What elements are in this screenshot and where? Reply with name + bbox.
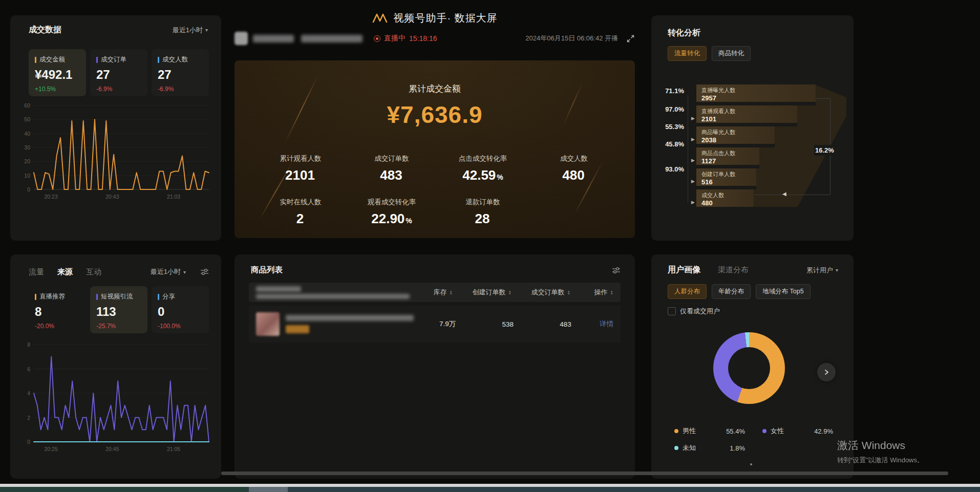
legend-dot-purple	[762, 429, 766, 433]
legend-label: 未知	[683, 443, 696, 453]
metric-delta: +10.5%	[35, 85, 86, 93]
window-scrollbar-thumb[interactable]	[249, 487, 288, 492]
funnel-stage-exposure: 直播曝光人数 2957	[696, 84, 816, 102]
column-header-paid-orders[interactable]: 成交订单数▲▼	[512, 288, 570, 297]
metric-card-live-recommend[interactable]: 直播推荐 8 -20.0%	[29, 286, 86, 333]
arrow-right-icon: ▶	[691, 200, 695, 205]
subtab-age-distribution[interactable]: 年龄分布	[712, 284, 751, 299]
svg-text:21:03: 21:03	[167, 194, 180, 200]
metric-label: 实时在线人数	[255, 198, 346, 207]
product-table-header: 库存▲▼ 创建订单数▲▼ 成交订单数▲▼ 操作▲▼	[249, 283, 621, 302]
legend-dot-orange	[674, 429, 678, 433]
filter-settings-icon[interactable]	[612, 266, 621, 274]
summary-metric: 观看成交转化率 22.90%	[346, 198, 437, 227]
column-header-stock[interactable]: 库存▲▼	[410, 288, 453, 297]
funnel-bracket-tick	[816, 98, 830, 99]
metric-card-orders[interactable]: 成交订单 27 -6.9%	[90, 49, 147, 96]
user-range-value: 累计用户	[806, 266, 833, 275]
taskbar-strip	[0, 487, 980, 492]
arrow-right-icon: ▶	[691, 158, 695, 163]
summary-metric: 成交订单数 483	[346, 154, 437, 183]
windows-activation-watermark: 激活 Windows 转到“设置”以激活 Windows。	[837, 438, 924, 465]
metric-card-buyers[interactable]: 成交人数 27 -6.9%	[152, 49, 209, 96]
metric-label: 成交订单数	[346, 154, 437, 163]
sort-icon: ▲▼	[610, 290, 613, 295]
funnel-stage-label: 商品点击人数	[696, 147, 759, 157]
gender-donut-chart	[713, 332, 785, 404]
time-range-value: 最近1小时	[173, 26, 203, 35]
user-range-select[interactable]: 累计用户 ▾	[803, 265, 841, 275]
svg-text:8: 8	[27, 341, 30, 348]
summary-amount: ¥7,636.9	[235, 101, 635, 129]
metric-card-amount[interactable]: 成交金额 ¥492.1 +10.5%	[29, 49, 86, 96]
metric-label: 点击成交转化率	[437, 154, 528, 163]
metric-label: 分享	[162, 292, 175, 301]
checkbox-unchecked[interactable]	[668, 307, 676, 315]
svg-text:0: 0	[27, 439, 30, 445]
detail-link[interactable]: 详情	[571, 319, 613, 329]
conversion-funnel-chart: 直播曝光人数 2957 直播观看人数 2101 商品曝光人数 2038 商品点击…	[651, 84, 854, 218]
funnel-rate: 71.1%	[654, 87, 684, 95]
column-header-action[interactable]: 操作▲▼	[570, 288, 613, 297]
legend-item-female: 女性 42.9%	[762, 426, 850, 436]
product-table-row[interactable]: 7.9万 538 483 详情	[249, 306, 621, 343]
panel-traffic-source: 流量 来源 互动 最近1小时 ▾ 直播推荐 8 -20.0%	[10, 254, 221, 479]
metric-label: 短视频引流	[101, 292, 133, 301]
account-id-redacted	[301, 35, 363, 42]
traffic-tabs: 流量 来源 互动 最近1小时 ▾	[29, 267, 209, 277]
tab-product-conversion[interactable]: 商品转化	[712, 46, 751, 61]
funnel-rate: 93.0%	[654, 165, 684, 173]
carousel-next-button[interactable]	[817, 363, 836, 381]
metric-value: ¥492.1	[35, 68, 86, 82]
svg-text:10: 10	[24, 173, 30, 179]
filter-settings-icon[interactable]	[200, 268, 209, 276]
column-header-created-orders[interactable]: 创建订单数▲▼	[453, 288, 512, 297]
fullscreen-icon[interactable]	[626, 34, 635, 43]
time-range-select[interactable]: 最近1小时 ▾	[169, 25, 211, 35]
live-info-bar: 直播中 15:18:16 2024年06月15日 06:06:42 开播	[235, 31, 635, 46]
panel-live-summary: 累计成交金额 ¥7,636.9 累计观看人数 2101 成交订单数 483 点击…	[235, 60, 635, 238]
donut-legend: 男性 55.4% 女性 42.9% 未知 1.8%	[674, 426, 850, 460]
legend-value: 55.4%	[726, 427, 745, 435]
subtab-gender-distribution[interactable]: 人群分布	[668, 284, 707, 299]
live-duration: 15:18:16	[409, 34, 437, 42]
tab-channel-distribution[interactable]: 渠道分布	[718, 265, 749, 275]
funnel-stage-value: 2101	[696, 115, 797, 123]
metric-value: 113	[96, 305, 147, 319]
metric-suffix: %	[497, 173, 503, 181]
funnel-stage-orders-created: 创建订单人数 516	[696, 168, 756, 186]
avatar	[235, 32, 248, 45]
funnel-stage-label: 直播曝光人数	[696, 84, 816, 94]
svg-text:4: 4	[27, 390, 30, 396]
conversion-tabs: 流量转化 商品转化	[668, 46, 756, 61]
metric-value: 8	[35, 305, 86, 319]
metric-value: 483	[380, 167, 402, 183]
metric-label: 成交人数	[162, 55, 188, 64]
tab-source[interactable]: 来源	[57, 267, 73, 277]
funnel-overall-rate: 16.2%	[814, 145, 835, 156]
time-range-select[interactable]: 最近1小时 ▾	[147, 267, 189, 277]
tab-traffic-conversion[interactable]: 流量转化	[668, 46, 707, 61]
funnel-stage-value: 2038	[696, 136, 775, 144]
carousel-dot[interactable]	[750, 463, 752, 465]
tab-interaction[interactable]: 互动	[86, 267, 101, 277]
legend-tick-blue	[158, 294, 159, 300]
funnel-stage-product-exposure: 商品曝光人数 2038	[696, 126, 775, 144]
svg-text:20:45: 20:45	[105, 446, 119, 452]
legend-value: 42.9%	[814, 427, 833, 435]
tab-traffic[interactable]: 流量	[29, 267, 44, 277]
account-name-redacted	[253, 35, 294, 42]
content-horizontal-scrollbar[interactable]	[221, 472, 948, 475]
metric-card-share[interactable]: 分享 0 -100.0%	[152, 286, 209, 333]
product-info-redacted	[256, 312, 414, 336]
subtab-region-top5[interactable]: 地域分布 Top5	[756, 284, 811, 299]
legend-value: 1.8%	[730, 444, 745, 452]
metric-label: 成交金额	[39, 55, 65, 64]
funnel-stage-value: 516	[696, 178, 756, 186]
funnel-rate: 45.8%	[654, 140, 684, 148]
metric-value: 27	[96, 68, 147, 82]
tab-user-profile[interactable]: 用户画像	[668, 265, 700, 275]
dashboard-screen: 视频号助手· 数据大屏 直播中 15:18:16 2024年06月15日 06:…	[0, 0, 980, 492]
funnel-stage-viewers: 直播观看人数 2101	[696, 105, 797, 123]
metric-card-short-video[interactable]: 短视频引流 113 -25.7%	[90, 286, 147, 333]
